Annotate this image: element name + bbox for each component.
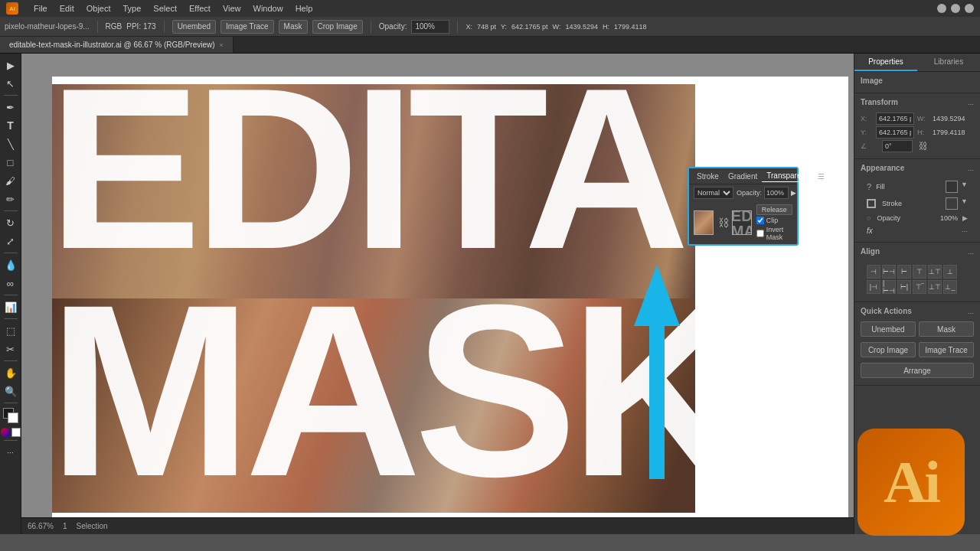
invert-mask-checkbox[interactable] xyxy=(756,230,764,237)
distribute-right-btn[interactable]: ⊢| xyxy=(897,280,911,294)
x-input[interactable] xyxy=(876,112,914,125)
pen-tool[interactable]: ✒ xyxy=(2,99,19,116)
align-right-btn[interactable]: ⊢ xyxy=(897,265,911,279)
quick-crop-button[interactable]: Crop Image xyxy=(861,342,916,357)
menu-effect[interactable]: Effect xyxy=(189,4,211,13)
appearance-more-icon[interactable]: ··· xyxy=(968,166,974,174)
transform-section-title: Transform xyxy=(861,98,898,106)
x-transform-row: X: W: 1439.5294 xyxy=(861,112,974,125)
fx-more-icon[interactable]: ··· xyxy=(962,227,968,235)
unembed-button[interactable]: Unembed xyxy=(172,20,216,34)
tab-close-button[interactable]: × xyxy=(220,41,224,49)
opacity-input[interactable] xyxy=(411,20,449,34)
quick-actions-section: Quick Actions ··· Unembed Mask Crop Imag… xyxy=(854,302,980,386)
quick-image-trace-button[interactable]: Image Trace xyxy=(919,342,974,357)
direct-selection-tool[interactable]: ↖ xyxy=(2,75,19,92)
stroke-tab[interactable]: Stroke xyxy=(692,171,724,182)
tool-separator-3 xyxy=(4,253,18,253)
pencil-tool[interactable]: ✏ xyxy=(2,191,19,207)
stroke-color-swatch[interactable] xyxy=(946,197,958,210)
angle-input[interactable] xyxy=(882,140,913,152)
stroke-icon xyxy=(867,199,876,208)
gradient-tab[interactable]: Gradient xyxy=(724,171,762,182)
type-tool[interactable]: T xyxy=(2,117,19,134)
h-value: 1799.4118 xyxy=(933,129,965,136)
fill-dropdown[interactable]: ▼ xyxy=(961,181,968,193)
quick-actions-more-icon[interactable]: ··· xyxy=(968,309,974,317)
active-tab[interactable]: editable-text-mask-in-illustrator.ai @ 6… xyxy=(0,37,234,53)
invert-checkbox-row: Invert Mask xyxy=(756,226,792,241)
appearance-section: Appearance ··· ? Fill ▼ Stroke ▼ xyxy=(854,159,980,243)
align-buttons-row: ⊣ ⊢⊣ ⊢ ⊤ ⊥⊤ ⊥ |⊣ |⊢⊣ ⊢| ⊤‾ ⊥⊤ ⊥_ xyxy=(861,262,974,297)
align-center-v-btn[interactable]: ⊥⊤ xyxy=(928,265,942,279)
none-mode-btn[interactable] xyxy=(11,428,21,437)
transform-more-icon[interactable]: ··· xyxy=(968,100,974,108)
rectangle-tool[interactable]: □ xyxy=(2,154,19,171)
fill-color-swatch[interactable] xyxy=(946,181,958,193)
menu-help[interactable]: Help xyxy=(296,4,313,13)
opacity-arrow[interactable]: ▶ xyxy=(791,189,796,197)
paintbrush-tool[interactable]: 🖌 xyxy=(2,172,19,189)
clip-checkbox[interactable] xyxy=(756,217,764,224)
distribute-left-btn[interactable]: |⊣ xyxy=(867,280,880,294)
transparency-tab[interactable]: Transparency xyxy=(762,170,818,182)
distribute-center-v-btn[interactable]: ⊥⊤ xyxy=(928,280,942,294)
align-top-btn[interactable]: ⊤ xyxy=(913,265,926,279)
hand-tool[interactable]: ✋ xyxy=(2,364,19,381)
menu-object[interactable]: Object xyxy=(87,4,111,13)
selection-tool[interactable]: ▶ xyxy=(2,57,19,73)
arrange-button[interactable]: Arrange xyxy=(861,363,974,378)
menu-window[interactable]: Window xyxy=(253,4,283,13)
distribute-center-h-btn[interactable]: |⊢⊣ xyxy=(882,280,896,294)
window-close[interactable] xyxy=(965,4,974,13)
eyedropper-tool[interactable]: 💧 xyxy=(2,256,19,273)
image-trace-button[interactable]: Image Trace xyxy=(220,20,274,34)
opacity-more[interactable]: ▶ xyxy=(962,214,968,222)
quick-unembed-button[interactable]: Unembed xyxy=(861,321,916,337)
color-mode-label: RGB xyxy=(106,22,122,31)
opacity-value[interactable] xyxy=(764,187,789,199)
panel-menu-icon[interactable]: ☰ xyxy=(818,172,825,181)
link-proportions-icon[interactable]: ⛓ xyxy=(919,141,928,152)
rotate-tool[interactable]: ↻ xyxy=(2,214,19,231)
libraries-tab[interactable]: Libraries xyxy=(917,54,980,71)
mask-button[interactable]: Mask xyxy=(279,20,308,34)
menu-select[interactable]: Select xyxy=(153,4,177,13)
fx-label[interactable]: fx xyxy=(867,227,873,235)
coord-w-value: 1439.5294 xyxy=(565,23,598,31)
release-button[interactable]: Release xyxy=(756,204,792,215)
blend-mode-select[interactable]: Normal xyxy=(694,187,733,199)
line-tool[interactable]: ╲ xyxy=(2,135,19,152)
distribute-bottom-btn[interactable]: ⊥_ xyxy=(943,280,957,294)
align-bottom-btn[interactable]: ⊥ xyxy=(943,265,957,279)
window-minimize[interactable] xyxy=(937,4,946,13)
image-section-title: Image xyxy=(861,77,974,85)
fill-stroke-indicator[interactable] xyxy=(3,408,18,423)
menu-view[interactable]: View xyxy=(223,4,241,13)
menu-edit[interactable]: Edit xyxy=(60,4,74,13)
slice-tool[interactable]: ✂ xyxy=(2,341,19,357)
align-center-h-btn[interactable]: ⊢⊣ xyxy=(882,265,896,279)
fill-label: Fill xyxy=(876,183,885,191)
color-mode-btn[interactable] xyxy=(1,428,10,437)
align-left-btn[interactable]: ⊣ xyxy=(867,265,880,279)
distribute-top-btn[interactable]: ⊤‾ xyxy=(913,280,926,294)
mask-controls: Release Clip Invert Mask xyxy=(756,204,792,241)
graph-tool[interactable]: 📊 xyxy=(2,298,19,315)
blend-tool[interactable]: ∞ xyxy=(2,275,19,292)
more-tools[interactable]: ··· xyxy=(2,444,19,461)
properties-tab[interactable]: Properties xyxy=(854,54,917,71)
clip-label: Clip xyxy=(766,217,779,224)
zoom-tool[interactable]: 🔍 xyxy=(2,383,19,399)
menu-type[interactable]: Type xyxy=(123,4,142,13)
window-maximize[interactable] xyxy=(951,4,960,13)
align-more-icon[interactable]: ··· xyxy=(968,249,974,257)
scale-tool[interactable]: ⤢ xyxy=(2,233,19,249)
menu-file[interactable]: File xyxy=(34,4,47,13)
stroke-dropdown[interactable]: ▼ xyxy=(961,197,968,210)
crop-image-button[interactable]: Crop Image xyxy=(312,20,363,34)
quick-mask-button[interactable]: Mask xyxy=(919,321,974,337)
artboard-tool[interactable]: ⬚ xyxy=(2,322,19,339)
chain-icon[interactable]: ⛓ xyxy=(718,217,727,229)
y-input[interactable] xyxy=(876,126,914,139)
